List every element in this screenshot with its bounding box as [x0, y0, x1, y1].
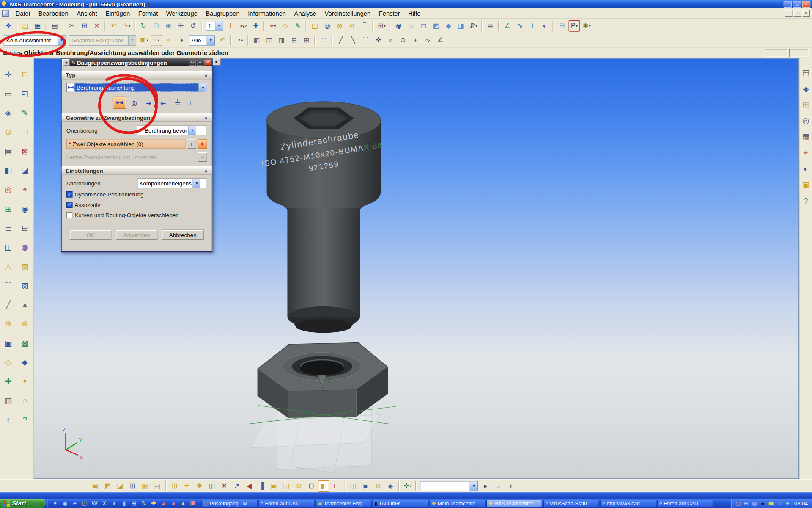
view-front-icon[interactable]: ◻ [418, 20, 429, 31]
collapse-tool-icon[interactable]: ⊟ [19, 221, 31, 234]
shaded-view-icon[interactable]: ◉ [393, 20, 404, 31]
menu-werkzeuge[interactable]: Werkzeuge [162, 8, 202, 18]
menu-informationen[interactable]: Informationen [244, 8, 290, 18]
target-tool-icon[interactable]: ◎ [2, 183, 14, 195]
tray-network-icon[interactable]: ⊞ [742, 499, 750, 508]
snap-tool-icon[interactable]: ◈ [2, 106, 14, 119]
abstand-icon[interactable]: ⇥ [142, 97, 156, 109]
part-navigator-icon[interactable]: ⊟ [556, 20, 568, 31]
tray-scheduler-icon[interactable]: ◍ [750, 499, 759, 508]
chevron-down-icon[interactable]: ▼ [128, 36, 135, 45]
select-crosshair-button[interactable]: ⌖ [198, 139, 207, 149]
dialog-rail-icon[interactable]: ▤ [800, 67, 811, 78]
dialog-minimize-button[interactable]: − [197, 59, 203, 66]
pan-view-icon[interactable]: ✛ [175, 20, 187, 31]
select-objects-field[interactable]: * Zwei Objekte auswählen (0) [66, 139, 186, 149]
line-tool-alt-icon[interactable]: ╲ [348, 34, 359, 46]
iso-tool-icon[interactable]: ◆ [19, 356, 31, 368]
taskbar-window-foren-cad-2[interactable]: eForen auf CAD.... [657, 500, 713, 507]
launch-warning-icon[interactable]: ▲ [178, 499, 188, 508]
panes-tool-icon[interactable]: ◫ [2, 240, 14, 253]
save-component-icon[interactable]: ▦ [139, 480, 151, 491]
section-einstellungen[interactable]: Einstellungen ∧ [62, 166, 212, 175]
taskbar-window-foren-cad-1[interactable]: eForen auf CAD.... [258, 500, 314, 507]
selection-scope-combo[interactable]: 1▼ [206, 20, 223, 30]
spark-tool-icon[interactable]: ✦ [19, 375, 31, 387]
sketch-icon[interactable]: ✎ [292, 20, 304, 31]
start-button[interactable]: Start [0, 499, 46, 508]
component-preview-icon[interactable]: ⊞ [127, 480, 138, 491]
tray-volume-icon[interactable]: ◌ [775, 499, 784, 508]
launch-pens-icon[interactable]: ✚ [148, 499, 158, 508]
launch-ie-icon[interactable]: e [70, 499, 80, 508]
undo-icon[interactable]: ↶ [108, 20, 120, 31]
taskbar-window-virusscan[interactable]: eVirusScan-Statu... [543, 500, 599, 507]
launch-pinwheel-icon[interactable]: ✦ [50, 499, 60, 508]
abbrechen-button[interactable]: Abbrechen [162, 230, 203, 240]
tray-shield-icon[interactable]: ✦ [783, 499, 792, 508]
cut-icon[interactable]: ✂ [66, 20, 78, 31]
assembly-constraints-icon[interactable]: ◧ [318, 480, 329, 491]
launch-notes-icon[interactable]: ▮ [119, 499, 129, 508]
roles-palette-icon[interactable]: ▣ [800, 179, 811, 190]
isolate-component-icon[interactable]: ◈ [385, 480, 396, 491]
shade-tool-icon[interactable]: ◉ [19, 202, 31, 215]
render-tool-icon[interactable]: ◍ [19, 240, 31, 253]
filter-add-icon[interactable]: ▣▾ [138, 34, 150, 46]
select-tool-icon[interactable]: ✛ [2, 68, 14, 80]
launch-excel-icon[interactable]: X [99, 499, 109, 508]
explode-assembly-icon[interactable]: ⊕ [293, 480, 304, 491]
collapse-icon[interactable]: ∧ [204, 168, 208, 173]
taskbar-window-mein-teamcenter[interactable]: ❖Mein Teamcente... [429, 500, 485, 507]
section-geometrie[interactable]: Geometrie zu Zwangsbedingung ∧ [62, 113, 212, 122]
history-palette-icon[interactable]: ◐ [800, 163, 811, 174]
curve-analysis-icon[interactable]: ∿ [514, 20, 526, 31]
mdi-close-button[interactable]: × [802, 10, 810, 17]
resource-navigator-icon[interactable]: ◈ [800, 83, 811, 94]
unite-icon[interactable]: ⊕ [334, 20, 346, 31]
datum-plane-icon[interactable]: ◇ [280, 20, 291, 31]
chevron-down-icon[interactable]: ▼ [215, 21, 222, 30]
star-tool-icon[interactable]: ⊛ [19, 317, 31, 329]
checkbox-row-2[interactable]: Kurven und Routing-Objekte verschieben [66, 211, 207, 219]
select-component-icon[interactable]: ◪ [115, 480, 126, 491]
collapse-icon[interactable]: ∧ [204, 115, 208, 120]
menu-bearbeiten[interactable]: Bearbeiten [34, 8, 73, 18]
orientierung-combo[interactable]: ✦ Berührung bevor ▼ [137, 125, 207, 135]
new-component-icon[interactable]: ✛ [181, 480, 193, 491]
chevron-down-icon[interactable]: ▼ [192, 179, 200, 188]
rotate-view-icon[interactable]: ↺ [187, 20, 199, 31]
triangle-tool-icon[interactable]: ▲ [19, 298, 31, 310]
add-component-icon[interactable]: ⊞ [169, 480, 180, 491]
minimize-button[interactable]: _ [784, 1, 792, 8]
tray-notes-icon[interactable]: ▤ [767, 499, 775, 508]
alle-filter-combo[interactable]: Alle▼ [189, 35, 215, 45]
shaded-tool-icon[interactable]: ◔▾ [234, 34, 245, 46]
view-iso-icon[interactable]: ◆ [443, 20, 454, 31]
information-icon[interactable]: i [527, 20, 538, 31]
subtract-icon[interactable]: ⊖ [346, 20, 358, 31]
layer-settings-icon[interactable]: ≣ [485, 20, 496, 31]
dialog-close-button[interactable]: ✕ [205, 59, 211, 66]
section-tool-icon[interactable]: ◧ [2, 164, 14, 176]
grid-tool-icon[interactable]: ⊞ [2, 202, 14, 215]
menu-analyse[interactable]: Analyse [290, 8, 321, 18]
angle-tool-icon[interactable]: ∠ [434, 34, 446, 46]
view-top-icon[interactable]: ◩ [431, 20, 442, 31]
verankern-icon[interactable]: ╧ [171, 97, 184, 109]
point-tool-icon[interactable]: ✛ [372, 34, 384, 46]
refresh-view-icon[interactable]: ↻ [138, 20, 149, 31]
menu-fenster[interactable]: Fenster [375, 8, 404, 18]
restore-button[interactable]: □ [793, 1, 801, 8]
anordnungen-combo[interactable]: Komponenteneigens ▼ [138, 178, 207, 188]
boolean-add-tool-icon[interactable]: ⊕ [2, 317, 14, 329]
save-icon[interactable]: ▦ [32, 20, 44, 31]
mdi-restore-button[interactable]: □ [793, 10, 801, 17]
wcs-xyz-icon[interactable]: xyz [238, 20, 249, 31]
snap-grid-icon[interactable]: ⊞ [301, 34, 312, 46]
tray-clock-icon[interactable]: ◷ [734, 499, 742, 508]
launch-messenger-icon[interactable]: ◆ [60, 499, 70, 508]
circle-tool-icon[interactable]: ○ [385, 34, 396, 46]
copy-icon[interactable]: ⊞ [79, 20, 90, 31]
explode-view-icon[interactable]: ▸ [480, 480, 491, 491]
